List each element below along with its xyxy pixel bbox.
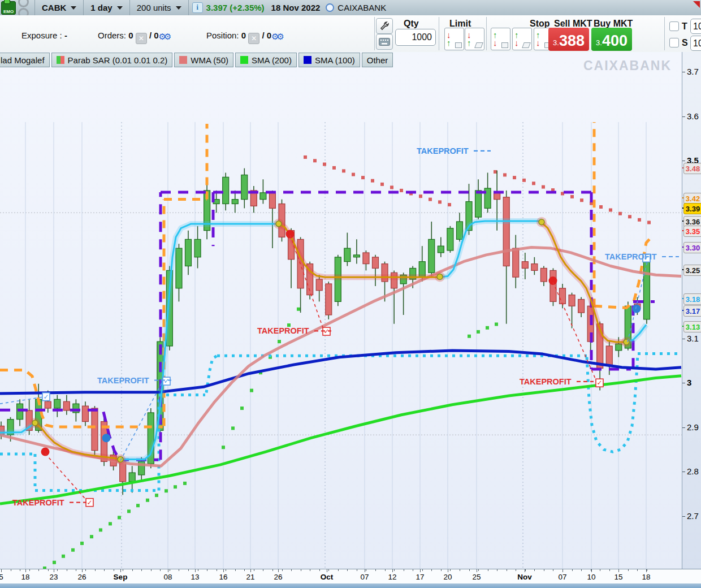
price-tick bbox=[682, 72, 685, 72]
quote-date: 18 Nov 2022 bbox=[268, 3, 324, 12]
indicator-value-tag: 3.17 bbox=[683, 305, 701, 317]
date-minor-tick bbox=[95, 569, 96, 571]
date-label: 12 bbox=[388, 573, 396, 581]
date-tick bbox=[250, 569, 251, 572]
indicator-value-tag: 3.18 bbox=[683, 293, 701, 305]
indicator-legend: lad Mogalef Parab SAR (0.01 0.01 0.2) WM… bbox=[0, 53, 393, 67]
date-label: Oct bbox=[321, 573, 334, 581]
orders-settings-icon[interactable]: ⚙⚙ bbox=[159, 32, 170, 41]
close-position-icon[interactable]: ✕ bbox=[248, 33, 259, 44]
price-axis[interactable]: 3.73.63.53.132.92.82.73.483.423.393.363.… bbox=[682, 52, 701, 569]
stop-order-icon-1[interactable]: ↑↓ bbox=[491, 28, 510, 50]
date-minor-tick bbox=[170, 569, 170, 571]
price-tick bbox=[682, 161, 685, 161]
top-toolbar: EMO CABK 1 day 200 units i 3.397 (+2.35%… bbox=[0, 0, 701, 16]
date-minor-tick bbox=[516, 569, 516, 571]
date-tick bbox=[223, 569, 224, 572]
date-axis[interactable]: 5182326Sep0813162126Oct0712172025Nov0710… bbox=[0, 569, 701, 584]
s-input[interactable]: 10 bbox=[690, 36, 701, 51]
price-tick bbox=[682, 427, 685, 428]
legend-tab-mogalef[interactable]: lad Mogalef bbox=[0, 53, 50, 67]
date-minor-tick bbox=[85, 569, 86, 571]
t-input[interactable]: 10 bbox=[690, 19, 701, 34]
legend-wma50[interactable]: WMA (50) bbox=[174, 53, 233, 67]
date-minor-tick bbox=[478, 569, 479, 571]
qty-input[interactable]: 1000 bbox=[395, 29, 436, 46]
units-dropdown[interactable]: 200 units bbox=[133, 3, 185, 12]
detach-icon[interactable] bbox=[693, 1, 700, 8]
date-tick bbox=[646, 569, 647, 572]
stoploss-checkbox[interactable] bbox=[669, 38, 679, 47]
t-label: T bbox=[682, 21, 687, 32]
indicator-value-tag: 3.48 bbox=[683, 163, 701, 174]
date-minor-tick bbox=[263, 569, 263, 571]
date-minor-tick bbox=[637, 569, 638, 571]
date-minor-tick bbox=[57, 569, 58, 571]
order-settings-button[interactable] bbox=[376, 18, 393, 34]
legend-sma100[interactable]: SMA (100) bbox=[298, 53, 360, 67]
stop-order-icon-2[interactable]: ↑↓ bbox=[512, 28, 532, 50]
exposure-label: Exposure : - bbox=[21, 31, 67, 40]
date-label: 25 bbox=[472, 573, 481, 581]
date-minor-tick bbox=[647, 569, 647, 571]
svg-text:✓: ✓ bbox=[596, 379, 602, 387]
date-tick bbox=[591, 569, 592, 572]
date-minor-tick bbox=[29, 569, 30, 571]
date-tick bbox=[82, 569, 83, 572]
timeframe-dropdown[interactable]: 1 day bbox=[87, 3, 126, 12]
price-tick bbox=[682, 516, 685, 517]
position-settings-icon[interactable]: ⚙⚙ bbox=[271, 32, 282, 41]
date-minor-tick bbox=[226, 569, 226, 571]
date-label: 5 bbox=[0, 573, 3, 581]
chart-area[interactable]: ✓✓TAKEPROFIT✓TAKEPROFIT✓TAKEPROFIT✓TAKEP… bbox=[0, 52, 682, 569]
price-tick bbox=[682, 116, 685, 117]
info-icon[interactable]: i bbox=[192, 2, 203, 13]
date-label: 18 bbox=[21, 573, 29, 581]
buy-mkt-button[interactable]: 3.400 bbox=[591, 28, 632, 51]
date-minor-tick bbox=[600, 569, 600, 571]
legend-parab-sar[interactable]: Parab SAR (0.01 0.01 0.2) bbox=[51, 53, 173, 67]
wrench-icon bbox=[379, 21, 390, 31]
price-tick-label: 3.1 bbox=[687, 334, 699, 343]
price-chart[interactable]: ✓✓TAKEPROFIT✓TAKEPROFIT✓TAKEPROFIT✓TAKEP… bbox=[0, 122, 682, 588]
price-tick-label: 3 bbox=[687, 378, 691, 387]
position-summary: Position: 0 ✕ / 0⚙⚙ bbox=[206, 31, 282, 44]
limit-order-icon-2[interactable]: ↓↑ bbox=[465, 28, 484, 50]
date-minor-tick bbox=[104, 569, 105, 571]
price-tick-label: 2.9 bbox=[687, 422, 699, 432]
date-minor-tick bbox=[235, 569, 236, 571]
date-minor-tick bbox=[179, 569, 179, 571]
sell-mkt-button[interactable]: 3.388 bbox=[548, 28, 589, 51]
symbol-dropdown[interactable]: CABK bbox=[38, 3, 80, 12]
limit-order-icon-1[interactable]: ↓↑ bbox=[444, 28, 464, 50]
cancel-orders-icon[interactable]: ✕ bbox=[136, 33, 147, 44]
takeprofit-label: TAKEPROFIT bbox=[97, 376, 149, 385]
date-label: 07 bbox=[360, 573, 369, 581]
date-tick bbox=[278, 569, 279, 572]
date-minor-tick bbox=[441, 569, 442, 571]
date-minor-tick bbox=[217, 569, 217, 571]
demo-mode-icon[interactable]: EMO bbox=[1, 1, 16, 15]
date-label: 08 bbox=[163, 573, 172, 581]
date-minor-tick bbox=[553, 569, 553, 571]
manual-order-button[interactable] bbox=[376, 34, 393, 50]
date-minor-tick bbox=[319, 569, 320, 571]
indicator-value-tag: 3.39 bbox=[683, 203, 701, 214]
date-tick bbox=[120, 569, 121, 572]
window-bottom-strip bbox=[0, 583, 701, 588]
takeprofit-label: TAKEPROFIT bbox=[520, 377, 572, 386]
date-minor-tick bbox=[132, 569, 133, 571]
takeprofit-checkbox[interactable] bbox=[669, 21, 679, 31]
date-minor-tick bbox=[572, 569, 573, 571]
date-tick bbox=[477, 569, 477, 572]
date-label: Nov bbox=[517, 573, 532, 581]
date-minor-tick bbox=[544, 569, 544, 571]
date-minor-tick bbox=[76, 569, 76, 571]
date-minor-tick bbox=[366, 569, 366, 571]
legend-other[interactable]: Other bbox=[362, 53, 393, 67]
date-minor-tick bbox=[413, 569, 413, 571]
date-minor-tick bbox=[385, 569, 386, 571]
price-tick bbox=[682, 472, 685, 472]
legend-sma200[interactable]: SMA (200) bbox=[235, 53, 297, 67]
chevron-down-icon bbox=[176, 6, 181, 10]
